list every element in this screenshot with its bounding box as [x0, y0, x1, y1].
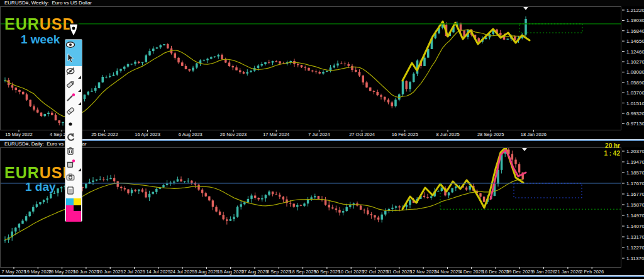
swatch-cyan[interactable] [66, 198, 74, 205]
time-marker-triangle[interactable] [523, 7, 528, 10]
candle-body [180, 179, 182, 182]
candle-body [373, 91, 375, 91]
candle-body [308, 68, 310, 71]
moving-average-line[interactable] [5, 30, 526, 117]
toolbar-copy-list-button[interactable] [65, 185, 82, 198]
y-axis-label: 1.20370 [626, 149, 644, 154]
daily-window-title[interactable]: EURUSD#, Daily: Euro vs US Dollar [0, 141, 644, 147]
weekly-window-title[interactable]: EURUSD#, Weekly: Euro vs US Dollar [0, 0, 644, 6]
candle-body [203, 60, 205, 61]
y-axis-label: 1.19030 [626, 18, 644, 23]
candle-body [338, 210, 340, 212]
candle-body [336, 64, 339, 65]
candle-body [335, 208, 337, 210]
weekly-symbol-label: EURUSD [4, 16, 75, 32]
toolbar-show-button[interactable] [65, 40, 82, 53]
candle-body [36, 110, 39, 113]
candle-body [50, 194, 52, 198]
candle-body [33, 106, 35, 110]
candle-body [29, 100, 31, 106]
dashed-range-box[interactable] [514, 183, 582, 198]
pen-line-icon [65, 93, 75, 103]
y-axis-label: 1.10270 [626, 59, 644, 65]
toolbar-cursor-button[interactable] [65, 53, 82, 66]
toolbar-undo-button[interactable] [65, 132, 82, 145]
candle-body [167, 44, 169, 48]
candle-body [103, 179, 104, 179]
candle-body [268, 62, 270, 63]
candle-body [351, 66, 353, 70]
candle-body [272, 191, 274, 194]
toolbar-eraser-button[interactable] [65, 106, 82, 119]
y-axis-label: 1.15870 [626, 202, 644, 208]
candle-body [173, 181, 175, 182]
candle-body [282, 196, 284, 199]
candle-body [307, 200, 309, 203]
candle-body [423, 196, 425, 197]
timer-line2: 1 : 42 [604, 150, 620, 157]
active-color-swatch[interactable] [66, 211, 81, 222]
candle-body [499, 33, 502, 35]
candle-body [365, 83, 368, 88]
x-axis-label: 17 Mar 2024 [263, 132, 289, 137]
candle-body [257, 65, 260, 68]
x-axis-label: 7 May 2025 [1, 269, 26, 275]
dropdown-corner-icon [78, 102, 81, 105]
toolbar-delete-all-button[interactable] [65, 159, 82, 172]
weekly-chart-canvas[interactable]: 1.212201.190301.168401.146501.124601.102… [0, 0, 644, 139]
x-axis-label: 24 Jul 2025 [170, 269, 195, 275]
y-axis-label: 1.12460 [626, 49, 644, 55]
toolbar-delete-button[interactable] [65, 145, 82, 159]
candle-body [257, 198, 259, 199]
candle-body [14, 88, 17, 90]
window-bottom-edge [0, 275, 644, 277]
candle-body [395, 207, 397, 208]
swatch-yellow[interactable] [74, 198, 81, 205]
trash-icon [65, 145, 75, 156]
candle-body [318, 72, 321, 73]
toolbar-pen-color-button[interactable] [65, 93, 82, 106]
x-axis-label: 27 Oct 2024 [349, 132, 375, 137]
toolbar-point-button[interactable] [65, 119, 82, 132]
chart-window-weekly: 1.212201.190301.168401.146501.124601.102… [0, 0, 644, 139]
dashed-range-box[interactable] [519, 24, 582, 33]
candle-body [116, 181, 118, 187]
x-axis-label: 20 Jun 2025 [97, 269, 123, 275]
x-axis-label: 29 Dec 2025 [506, 269, 533, 275]
time-marker-triangle[interactable] [522, 148, 527, 151]
candle-body [514, 160, 516, 164]
candle-body [55, 115, 57, 120]
candle-body [191, 181, 192, 183]
candle-body [142, 190, 143, 192]
plot-area[interactable] [4, 16, 530, 125]
candle-body [279, 61, 281, 63]
candle-body [148, 194, 150, 198]
toolbar-screenshot-button[interactable] [65, 172, 82, 185]
candle-body [268, 191, 270, 195]
toolbar-hide-objects-button[interactable] [65, 66, 82, 79]
candle-body [134, 62, 136, 64]
candle-body [155, 189, 157, 192]
dropdown-corner-icon [78, 89, 81, 92]
candle-body [116, 71, 118, 75]
candle-body [21, 220, 23, 224]
swatch-black[interactable] [74, 205, 81, 211]
eye-icon [65, 40, 75, 50]
toolbar-highlighter-button[interactable] [65, 79, 82, 93]
candle-body [127, 64, 130, 67]
candle-body [289, 61, 292, 62]
y-axis-label: 1.12270 [626, 245, 644, 251]
candle-body [208, 196, 210, 201]
x-axis-label: 15 Aug 2025 [218, 269, 244, 275]
swatch-magenta[interactable] [66, 205, 74, 211]
candle-body [109, 178, 111, 179]
undo-icon [65, 132, 75, 142]
candle-body [192, 67, 194, 71]
candle-body [159, 45, 162, 47]
daily-chart-canvas[interactable]: 1.203701.194701.185701.176701.167701.158… [0, 141, 644, 279]
dropdown-corner-icon [78, 76, 81, 79]
candle-body [235, 67, 238, 71]
x-axis-label: 16 Feb 2025 [392, 132, 418, 137]
candle-body [101, 77, 104, 83]
plot-border [1, 7, 621, 130]
